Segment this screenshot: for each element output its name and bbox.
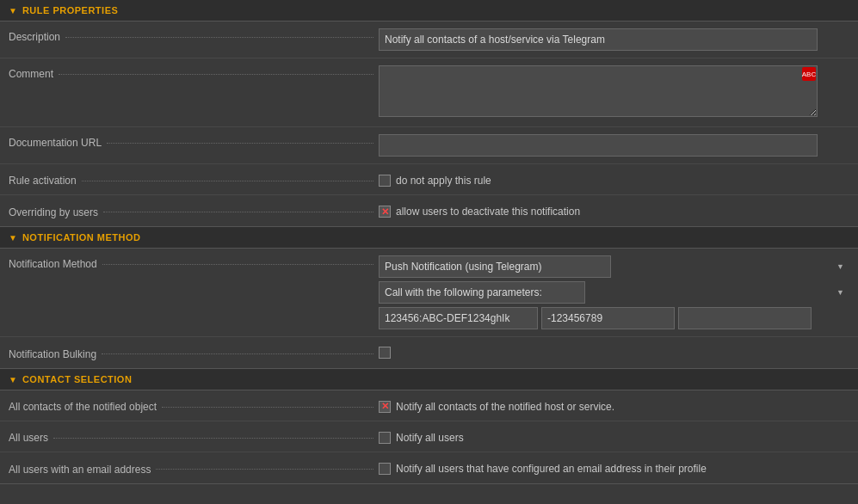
contact-selection-header: ▼ CONTACT SELECTION [0,369,858,390]
rule-activation-checkbox[interactable] [379,175,391,187]
overriding-by-users-checkbox[interactable]: ✕ [379,206,391,218]
comment-row: Comment ABC [0,58,858,127]
comment-value: ABC [379,65,849,120]
comment-textarea[interactable] [379,65,818,117]
notification-sub-select-wrapper: Call with the following parameters: [379,281,849,304]
documentation-url-row: Documentation URL [0,127,858,164]
all-contacts-checkbox[interactable]: ✕ [379,401,391,413]
description-input[interactable] [379,28,818,51]
rule-activation-checkbox-row: do not apply this rule [379,173,849,187]
rule-properties-title: RULE PROPERTIES [22,5,118,15]
overriding-by-users-value: ✕ allow users to deactivate this notific… [379,204,849,218]
rule-properties-header: ▼ RULE PROPERTIES [0,0,858,22]
all-users-email-checkbox-label: Notify all users that have configured an… [396,463,707,475]
param-row [379,307,849,329]
all-users-email-row: All users with an email address Notify a… [0,452,858,483]
notification-bulking-checkbox[interactable] [379,347,391,359]
rule-activation-row: Rule activation do not apply this rule [0,164,858,195]
notification-bulking-row: Notification Bulking [0,337,858,368]
collapse-icon[interactable]: ▼ [9,6,17,15]
notification-method-collapse-icon[interactable]: ▼ [9,233,17,243]
notification-method-select[interactable]: Push Notification (using Telegram) Email… [379,255,611,278]
x-mark-icon: ✕ [381,207,389,217]
contact-selection-section: ▼ CONTACT SELECTION All contacts of the … [0,369,858,484]
all-users-value: Notify all users [379,430,849,444]
all-users-checkbox[interactable] [379,432,391,444]
notification-method-header: ▼ NOTIFICATION METHOD [0,227,858,249]
rule-activation-value: do not apply this rule [379,173,849,187]
comment-textarea-wrapper: ABC [379,65,818,120]
all-users-email-checkbox-row: Notify all users that have configured an… [379,461,849,475]
overriding-by-users-label: Overriding by users [9,204,379,218]
all-users-email-checkbox[interactable] [379,463,391,475]
description-row: Description [0,22,858,58]
comment-label: Comment [9,65,379,80]
overriding-by-users-checkbox-row: ✕ allow users to deactivate this notific… [379,204,849,218]
contact-selection-title: CONTACT SELECTION [22,374,132,384]
all-users-checkbox-row: Notify all users [379,430,849,444]
all-contacts-checkbox-label: Notify all contacts of the notified host… [396,401,614,413]
all-contacts-checkbox-row: ✕ Notify all contacts of the notified ho… [379,399,849,413]
notification-method-section: ▼ NOTIFICATION METHOD Notification Metho… [0,227,858,369]
all-users-email-label: All users with an email address [9,461,379,476]
contact-selection-collapse-icon[interactable]: ▼ [9,375,17,384]
rule-activation-label: Rule activation [9,172,379,187]
all-contacts-x-mark-icon: ✕ [381,402,389,411]
description-label: Description [9,28,379,43]
all-users-row: All users Notify all users [0,421,858,452]
param-input-3[interactable] [678,307,812,329]
overriding-by-users-row: Overriding by users ✕ allow users to dea… [0,195,858,226]
notification-method-label: Notification Method [9,255,379,270]
param-input-2[interactable] [541,307,675,329]
overriding-by-users-checkbox-label: allow users to deactivate this notificat… [396,206,580,218]
rule-properties-section: ▼ RULE PROPERTIES Description Comment AB… [0,0,858,227]
notification-sub-select[interactable]: Call with the following parameters: [379,281,585,304]
all-users-label: All users [9,429,379,444]
description-value [379,28,849,51]
all-users-email-value: Notify all users that have configured an… [379,461,849,475]
notification-method-value: Push Notification (using Telegram) Email… [379,255,849,329]
documentation-url-input[interactable] [379,134,818,157]
notification-method-title: NOTIFICATION METHOD [22,232,141,243]
all-users-checkbox-label: Notify all users [396,432,464,444]
notification-bulking-label: Notification Bulking [9,346,379,360]
documentation-url-label: Documentation URL [9,134,379,149]
all-contacts-row: All contacts of the notified object ✕ No… [0,390,858,421]
all-contacts-value: ✕ Notify all contacts of the notified ho… [379,399,849,413]
notification-method-row: Notification Method Push Notification (u… [0,249,858,337]
notification-bulking-value [379,347,849,359]
rule-activation-checkbox-label: do not apply this rule [396,175,491,187]
notification-method-select-wrapper: Push Notification (using Telegram) Email… [379,255,849,278]
all-contacts-label: All contacts of the notified object [9,398,379,413]
documentation-url-value [379,134,849,157]
param-input-1[interactable] [379,307,538,329]
spellcheck-icon[interactable]: ABC [802,67,816,81]
